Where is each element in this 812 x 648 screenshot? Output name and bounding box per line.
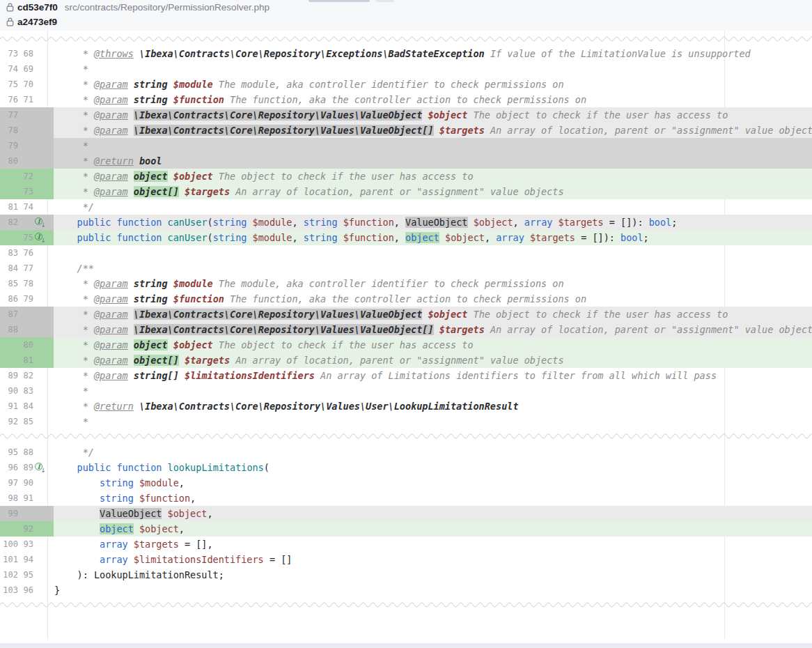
code-line[interactable]: * @param string $function The function, …	[54, 92, 812, 107]
old-line-number: 89	[0, 368, 18, 383]
line-number-gutter: 79	[0, 138, 54, 153]
code-token: *	[54, 401, 94, 412]
code-token	[128, 278, 134, 289]
new-line-number: 90	[18, 475, 33, 491]
old-line-number: 96	[0, 460, 18, 475]
code-token: ,	[207, 508, 212, 519]
line-number-gutter: 9588	[0, 445, 54, 460]
bottom-scrollbar-track[interactable]	[0, 643, 812, 648]
code-token: (	[208, 232, 213, 243]
implemented-method-icon[interactable]: I↓	[35, 233, 44, 242]
code-line[interactable]: * @throws \Ibexa\Contracts\Core\Reposito…	[54, 46, 812, 61]
new-line-number: 70	[18, 77, 33, 92]
code-token: ,	[292, 217, 303, 228]
code-line[interactable]: * @param string $function The function, …	[54, 291, 812, 307]
code-line[interactable]: *	[54, 61, 812, 77]
line-number-gutter: 92	[0, 521, 54, 537]
code-token: canUser	[168, 232, 208, 243]
code-token: $module	[253, 217, 292, 228]
code-token	[179, 355, 185, 366]
code-line[interactable]: * @param object $object The object to ch…	[54, 169, 812, 184]
code-token	[434, 324, 439, 335]
code-token: $object	[428, 109, 467, 121]
code-token	[54, 232, 77, 243]
code-line[interactable]: *	[54, 138, 812, 153]
code-line[interactable]: * @return bool	[54, 153, 812, 169]
code-token	[168, 293, 173, 304]
code-line[interactable]: * @param \Ibexa\Contracts\Core\Repositor…	[54, 322, 812, 337]
code-line[interactable]: * @param string $module The module, aka …	[54, 276, 812, 291]
code-line[interactable]: *	[54, 414, 812, 429]
code-line[interactable]: * @param \Ibexa\Contracts\Core\Repositor…	[54, 123, 812, 138]
code-token: An array of location, parent or "assignm…	[230, 355, 564, 366]
code-token: $targets	[439, 324, 485, 335]
gutter-icon-slot	[33, 245, 50, 261]
code-token: @param	[94, 94, 128, 105]
code-line[interactable]: * @param object[] $targets An array of l…	[54, 353, 812, 368]
code-line[interactable]: public function canUser(string $module, …	[54, 215, 812, 230]
code-line[interactable]: string $module,	[54, 475, 812, 491]
code-line[interactable]: string $function,	[54, 491, 812, 506]
code-token: $targets	[439, 125, 485, 136]
line-number-gutter: 88	[0, 322, 54, 337]
code-line[interactable]: /**	[54, 261, 812, 276]
code-line[interactable]: ): LookupLimitationResult;	[54, 567, 812, 583]
gutter-icon-slot	[33, 567, 50, 583]
line-number-gutter: 7469	[0, 61, 54, 77]
collapsed-region-separator[interactable]	[0, 34, 812, 44]
changed-word: ValueObject	[100, 508, 162, 519]
code-line[interactable]: */	[54, 199, 812, 215]
code-token	[552, 217, 558, 228]
diff-row: 8376	[0, 245, 812, 261]
code-line[interactable]: * @param string[] $limitationsIdentifier…	[54, 368, 812, 383]
code-line[interactable]: * @param object[] $targets An array of l…	[54, 184, 812, 199]
gutter-icon-slot	[33, 199, 50, 215]
code-token	[247, 217, 252, 228]
code-line[interactable]: * @param object $object The object to ch…	[54, 337, 812, 353]
code-token: bool	[620, 232, 643, 243]
code-token: ,	[394, 217, 405, 228]
code-token: array	[100, 539, 128, 550]
code-line[interactable]: public function canUser(string $module, …	[54, 230, 812, 245]
collapsed-region-separator[interactable]	[0, 600, 812, 610]
code-token: $targets	[185, 186, 230, 197]
code-token	[168, 339, 173, 350]
code-line[interactable]: * @return \Ibexa\Contracts\Core\Reposito…	[54, 399, 812, 414]
code-token	[54, 217, 77, 228]
code-line[interactable]: array $targets = [],	[54, 537, 812, 552]
old-line-number: 95	[0, 445, 18, 460]
code-line[interactable]: public function lookupLimitations(	[54, 460, 812, 475]
code-line[interactable]: array $limitationsIdentifiers = []	[54, 552, 812, 567]
line-number-gutter: 9184	[0, 399, 54, 414]
code-line[interactable]: ValueObject $object,	[54, 506, 812, 521]
old-line-number: 76	[0, 92, 18, 107]
code-line[interactable]: *	[54, 383, 812, 399]
code-token: If value of the LimitationValue is unsup…	[485, 48, 751, 59]
code-line[interactable]: object $object,	[54, 521, 812, 537]
diff-row: 78 * @param \Ibexa\Contracts\Core\Reposi…	[0, 123, 812, 138]
code-line[interactable]: * @param \Ibexa\Contracts\Core\Repositor…	[54, 107, 812, 123]
code-token: $targets	[134, 539, 179, 550]
code-line[interactable]: }	[54, 583, 812, 598]
code-token	[54, 477, 100, 488]
gutter-icon-slot	[33, 368, 50, 383]
collapsed-region-separator[interactable]	[0, 431, 812, 441]
code-token: lookupLimitations	[168, 462, 264, 473]
changed-word: object	[405, 232, 439, 243]
code-token	[247, 232, 252, 243]
code-token: /**	[54, 263, 94, 274]
diff-row: 81 * @param object[] $targets An array o…	[0, 353, 812, 368]
commit-hash-new: a2473ef9	[17, 17, 57, 27]
gutter-icon-slot	[33, 276, 50, 291]
diff-editor: 7368 * @throws \Ibexa\Contracts\Core\Rep…	[0, 31, 812, 643]
code-line[interactable]	[54, 245, 812, 261]
code-token: string[]	[134, 370, 179, 381]
code-token	[168, 94, 173, 105]
implemented-method-icon[interactable]: I↓	[35, 463, 44, 472]
implemented-method-icon[interactable]: I↓	[35, 217, 44, 226]
line-number-gutter: 72	[0, 169, 54, 184]
code-token: *	[54, 385, 88, 396]
code-line[interactable]: */	[54, 445, 812, 460]
code-line[interactable]: * @param string $module The module, aka …	[54, 77, 812, 92]
code-line[interactable]: * @param \Ibexa\Contracts\Core\Repositor…	[54, 307, 812, 322]
